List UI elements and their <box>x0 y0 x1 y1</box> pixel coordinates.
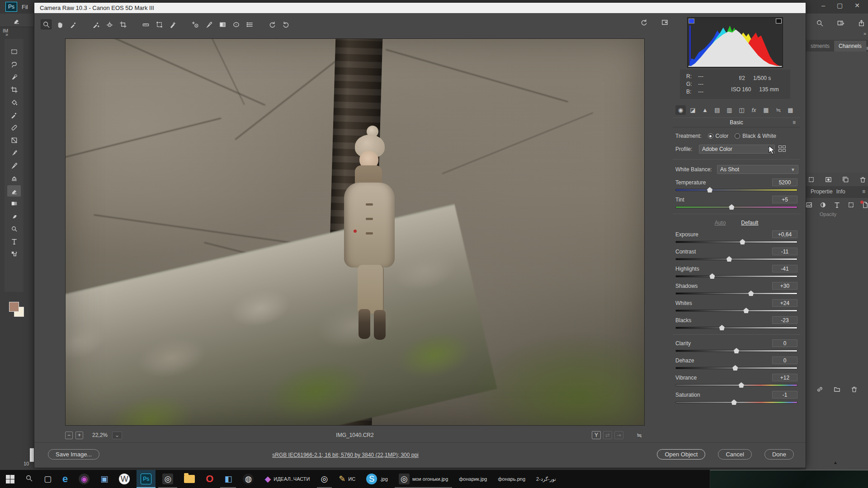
taskbar-paint-app[interactable]: ✎ИС <box>335 470 359 488</box>
workflow-options-link[interactable]: sRGB IEC61966-2.1; 16 bit; 5760 by 3840 … <box>34 452 656 458</box>
taskbar-skype[interactable]: S.jpg <box>362 470 392 488</box>
slider-track[interactable] <box>675 189 797 191</box>
photo-preview[interactable] <box>65 38 645 426</box>
zoom-tool-icon[interactable] <box>41 19 52 29</box>
maximize-icon[interactable]: ▢ <box>837 2 843 9</box>
taskbar-window-fonarik[interactable]: фонарик.jpg <box>455 470 491 488</box>
taskbar-camera-raw-app[interactable]: ◎ <box>158 470 177 488</box>
toolbar-collapse[interactable]: » <box>5 32 8 37</box>
slider-value[interactable]: +12 <box>772 374 797 381</box>
smudge-tool-icon[interactable] <box>7 211 21 222</box>
hand-tool-icon[interactable] <box>54 19 65 29</box>
healing-brush-tool-icon[interactable] <box>7 122 21 133</box>
shadow-clipping-icon[interactable] <box>689 19 694 23</box>
slider-value[interactable]: -23 <box>772 316 797 324</box>
save-mask-icon[interactable] <box>823 174 834 184</box>
slider-track[interactable] <box>675 327 797 329</box>
taskbar-camera-window[interactable]: ◎мои огоньки.jpg <box>395 470 452 488</box>
slider-value[interactable]: -11 <box>772 248 797 255</box>
tab-properties[interactable]: Propertie <box>811 188 833 195</box>
tab-info[interactable]: Info <box>836 188 845 195</box>
slider-thumb[interactable] <box>707 187 712 192</box>
slider-value[interactable]: +24 <box>772 299 797 307</box>
preferences-icon[interactable] <box>244 19 255 29</box>
slider-value[interactable]: -41 <box>772 265 797 272</box>
dodge-tool-icon[interactable] <box>7 223 21 235</box>
color-sampler-tool-icon[interactable] <box>90 19 101 29</box>
rotate-left-icon[interactable] <box>267 19 278 29</box>
swap-colors-icon[interactable] <box>7 249 21 260</box>
slider-value[interactable]: +5 <box>772 196 797 203</box>
crop-tool-icon[interactable] <box>7 84 21 95</box>
highlight-clipping-icon[interactable] <box>776 19 782 23</box>
slider-track[interactable] <box>675 292 797 295</box>
toggle-fullscreen-icon[interactable] <box>659 17 670 27</box>
taskbar-obs[interactable]: ◍ <box>239 470 258 488</box>
slider-track[interactable] <box>675 401 797 404</box>
slider-thumb[interactable] <box>726 256 732 262</box>
new-group-icon[interactable] <box>832 384 843 394</box>
panel-menu-icon[interactable]: ≡ <box>862 188 865 195</box>
panel-menu-icon[interactable]: ≡ <box>866 45 868 52</box>
workspace-icon[interactable] <box>835 18 846 28</box>
search-icon[interactable] <box>814 18 825 28</box>
tab-lens-corrections-icon[interactable]: ◫ <box>736 105 747 115</box>
ps-zoom-status[interactable]: 10 <box>24 461 29 466</box>
eraser-icon[interactable] <box>11 15 22 25</box>
slider-track[interactable] <box>675 275 797 277</box>
taskbar-window-rtl[interactable]: نور-گرد-2 <box>532 470 560 488</box>
tab-detail-icon[interactable]: ▲ <box>700 105 710 115</box>
histogram[interactable] <box>687 17 783 68</box>
eyedropper-tool-icon[interactable] <box>7 109 21 121</box>
slider-thumb[interactable] <box>709 273 715 279</box>
new-channel-icon[interactable] <box>840 174 851 184</box>
slider-track[interactable] <box>675 241 797 243</box>
graduated-filter-tool-icon[interactable] <box>217 19 228 29</box>
panel-menu-icon[interactable]: ≡ <box>793 118 796 127</box>
white-balance-select[interactable]: As Shot▼ <box>717 165 798 174</box>
color-swatches[interactable] <box>9 302 24 317</box>
slider-thumb[interactable] <box>719 325 725 330</box>
tab-hsl-grayscale-icon[interactable]: ▤ <box>712 105 722 115</box>
foreground-color[interactable] <box>9 302 19 312</box>
done-button[interactable]: Done <box>764 449 794 460</box>
tab-tone-curve-icon[interactable]: ◪ <box>688 105 698 115</box>
delete-channel-icon[interactable] <box>857 174 868 184</box>
targeted-adjustment-tool-icon[interactable] <box>104 19 115 29</box>
spot-removal-tool-icon[interactable] <box>167 19 178 29</box>
clone-stamp-tool-icon[interactable] <box>7 173 21 184</box>
rotate-right-icon[interactable] <box>280 19 291 29</box>
adjust-image-icon[interactable] <box>805 200 813 210</box>
radio-black-white[interactable] <box>735 133 740 139</box>
taskbar-window-fonar[interactable]: фонарь.png <box>494 470 529 488</box>
tab-presets-icon[interactable]: ≒ <box>773 105 783 115</box>
share-icon[interactable] <box>856 18 867 28</box>
cancel-button[interactable]: Cancel <box>718 449 751 460</box>
tab-adjustments-fragment[interactable]: stments <box>806 41 834 52</box>
type-tool-icon[interactable] <box>7 236 21 247</box>
straighten-tool-icon[interactable] <box>140 19 151 29</box>
slider-track[interactable] <box>675 206 797 208</box>
taskbar-photoshop[interactable]: Ps <box>137 470 156 488</box>
scroll-arrow-icon[interactable]: ▲ <box>833 460 838 465</box>
slider-value[interactable]: 0 <box>772 339 797 347</box>
mixer-brush-tool-icon[interactable] <box>7 147 21 159</box>
slider-track[interactable] <box>675 384 797 386</box>
tab-basic-icon[interactable]: ◉ <box>675 105 686 115</box>
taskbar-record-app[interactable]: ◎ <box>317 470 332 488</box>
delete-layer-icon[interactable] <box>849 384 860 394</box>
profile-browser-icon[interactable] <box>778 145 787 153</box>
minimize-icon[interactable]: – <box>821 2 825 9</box>
paint-bucket-tool-icon[interactable] <box>7 97 21 108</box>
slider-thumb[interactable] <box>731 399 737 405</box>
tab-channels[interactable]: Channels <box>834 41 866 52</box>
slider-track[interactable] <box>675 367 797 369</box>
crop-tool-icon[interactable] <box>118 19 128 29</box>
type-icon[interactable] <box>833 200 841 210</box>
tone-icon[interactable] <box>819 200 827 210</box>
radio-color[interactable] <box>708 133 713 139</box>
slider-value[interactable]: 0 <box>772 357 797 364</box>
open-object-button[interactable]: Open Object <box>657 449 705 460</box>
quick-selection-tool-icon[interactable] <box>7 71 21 83</box>
slider-value[interactable]: 5200 <box>772 178 797 186</box>
